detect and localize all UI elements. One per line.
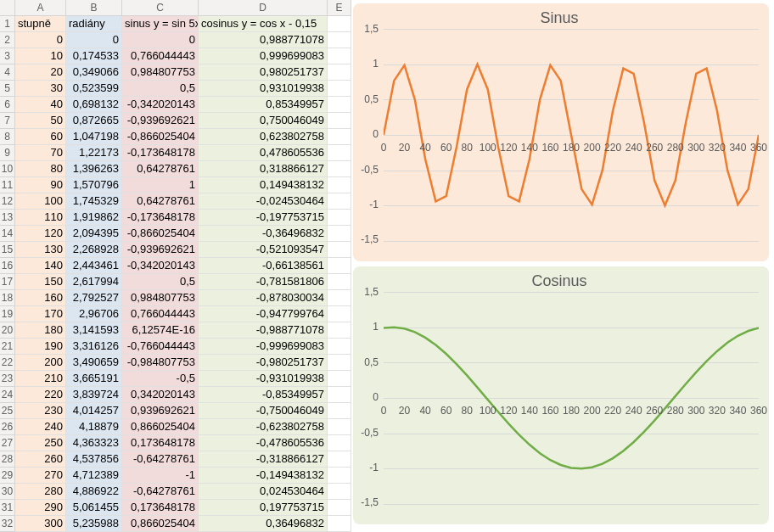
cell-A25[interactable]: 230: [15, 403, 66, 419]
cell-C9[interactable]: -0,173648178: [122, 145, 199, 161]
cell-D22[interactable]: -0,980251737: [199, 355, 328, 371]
cell-D5[interactable]: 0,931019938: [199, 81, 328, 97]
cell-D17[interactable]: -0,781581806: [199, 274, 328, 290]
cell-D31[interactable]: 0,197753715: [199, 500, 328, 516]
cell-C5[interactable]: 0,5: [122, 81, 199, 97]
cell-A5[interactable]: 30: [15, 81, 66, 97]
cell-E16[interactable]: [328, 258, 351, 274]
cell-D20[interactable]: -0,988771078: [199, 322, 328, 339]
cell-C16[interactable]: -0,342020143: [122, 258, 199, 274]
cell-A11[interactable]: 90: [15, 177, 66, 193]
cell-D27[interactable]: -0,478605536: [199, 435, 328, 451]
cell-E8[interactable]: [328, 129, 351, 145]
cell-D19[interactable]: -0,947799764: [199, 306, 328, 322]
cell-C24[interactable]: 0,342020143: [122, 387, 199, 403]
cell-B14[interactable]: 2,094395: [66, 226, 122, 242]
cell-B31[interactable]: 5,061455: [66, 500, 122, 516]
cell-A12[interactable]: 100: [15, 193, 66, 210]
row-header[interactable]: 1: [0, 16, 15, 32]
cell-D14[interactable]: -0,36496832: [199, 226, 328, 242]
cell-D6[interactable]: 0,85349957: [199, 97, 328, 113]
row-header[interactable]: 5: [0, 81, 15, 97]
cell-E11[interactable]: [328, 177, 351, 193]
cell-A30[interactable]: 280: [15, 484, 66, 500]
row-header[interactable]: 17: [0, 274, 15, 290]
cell-A17[interactable]: 150: [15, 274, 66, 290]
row-header[interactable]: 19: [0, 306, 15, 322]
cell-B30[interactable]: 4,886922: [66, 484, 122, 500]
cell-E22[interactable]: [328, 355, 351, 371]
cell-B29[interactable]: 4,712389: [66, 468, 122, 484]
row-header[interactable]: 30: [0, 484, 15, 500]
cell-C17[interactable]: 0,5: [122, 274, 199, 290]
cell-E21[interactable]: [328, 339, 351, 355]
cell-E7[interactable]: [328, 113, 351, 129]
cell-D13[interactable]: -0,197753715: [199, 210, 328, 226]
cell-D24[interactable]: -0,85349957: [199, 387, 328, 403]
cell-C21[interactable]: -0,766044443: [122, 339, 199, 355]
row-header[interactable]: 12: [0, 193, 15, 210]
cell-B19[interactable]: 2,96706: [66, 306, 122, 322]
cell-A26[interactable]: 240: [15, 419, 66, 435]
cell-C22[interactable]: -0,984807753: [122, 355, 199, 371]
row-header[interactable]: 28: [0, 451, 15, 468]
row-header[interactable]: 23: [0, 371, 15, 387]
cell-C12[interactable]: 0,64278761: [122, 193, 199, 210]
cell-D7[interactable]: 0,750046049: [199, 113, 328, 129]
cell-E5[interactable]: [328, 81, 351, 97]
cell-A23[interactable]: 210: [15, 371, 66, 387]
cell-D23[interactable]: -0,931019938: [199, 371, 328, 387]
cell-B27[interactable]: 4,363323: [66, 435, 122, 451]
cell-B11[interactable]: 1,570796: [66, 177, 122, 193]
cell-C13[interactable]: -0,173648178: [122, 210, 199, 226]
chart-cosinus[interactable]: Cosinus -1,5-1-0,500,511,502040608010012…: [353, 266, 769, 524]
cell-E32[interactable]: [328, 516, 351, 532]
cell-C19[interactable]: 0,766044443: [122, 306, 199, 322]
cell-B26[interactable]: 4,18879: [66, 419, 122, 435]
cell-A19[interactable]: 170: [15, 306, 66, 322]
cell-D10[interactable]: 0,318866127: [199, 161, 328, 177]
cell-C11[interactable]: 1: [122, 177, 199, 193]
row-header[interactable]: 11: [0, 177, 15, 193]
cell-E12[interactable]: [328, 193, 351, 210]
cell-B22[interactable]: 3,490659: [66, 355, 122, 371]
cell-D16[interactable]: -0,66138561: [199, 258, 328, 274]
row-header[interactable]: 20: [0, 322, 15, 339]
row-header[interactable]: 3: [0, 48, 15, 64]
cell-A22[interactable]: 200: [15, 355, 66, 371]
cell-C15[interactable]: -0,939692621: [122, 242, 199, 258]
cell-E9[interactable]: [328, 145, 351, 161]
cell-B9[interactable]: 1,22173: [66, 145, 122, 161]
cell-C4[interactable]: 0,984807753: [122, 64, 199, 81]
cell-A31[interactable]: 290: [15, 500, 66, 516]
row-header[interactable]: 6: [0, 97, 15, 113]
row-header[interactable]: 31: [0, 500, 15, 516]
row-header[interactable]: 10: [0, 161, 15, 177]
cell-A29[interactable]: 270: [15, 468, 66, 484]
cell-B7[interactable]: 0,872665: [66, 113, 122, 129]
cell-E20[interactable]: [328, 322, 351, 339]
cell-A15[interactable]: 130: [15, 242, 66, 258]
cell-B20[interactable]: 3,141593: [66, 322, 122, 339]
cell-E19[interactable]: [328, 306, 351, 322]
cell-C1[interactable]: sinus y = sin 5x: [122, 16, 199, 32]
cell-D15[interactable]: -0,521093547: [199, 242, 328, 258]
col-header-D[interactable]: D: [199, 0, 328, 16]
row-header[interactable]: 24: [0, 387, 15, 403]
cell-C27[interactable]: 0,173648178: [122, 435, 199, 451]
cell-A4[interactable]: 20: [15, 64, 66, 81]
cell-E18[interactable]: [328, 290, 351, 306]
cell-C23[interactable]: -0,5: [122, 371, 199, 387]
cell-D18[interactable]: -0,878030034: [199, 290, 328, 306]
cell-C20[interactable]: 6,12574E-16: [122, 322, 199, 339]
col-header-A[interactable]: A: [15, 0, 66, 16]
cell-B32[interactable]: 5,235988: [66, 516, 122, 532]
cell-C6[interactable]: -0,342020143: [122, 97, 199, 113]
cell-B6[interactable]: 0,698132: [66, 97, 122, 113]
cell-B10[interactable]: 1,396263: [66, 161, 122, 177]
cell-A16[interactable]: 140: [15, 258, 66, 274]
row-header[interactable]: 25: [0, 403, 15, 419]
cell-D9[interactable]: 0,478605536: [199, 145, 328, 161]
cell-C3[interactable]: 0,766044443: [122, 48, 199, 64]
row-header[interactable]: 8: [0, 129, 15, 145]
